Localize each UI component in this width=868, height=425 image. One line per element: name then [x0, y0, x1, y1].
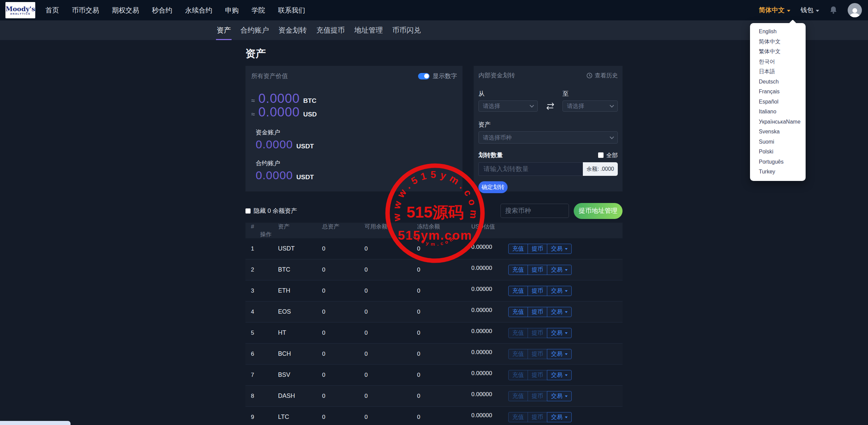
withdraw-button[interactable]: 提币 — [528, 328, 547, 338]
to-select[interactable]: 请选择 — [563, 100, 618, 112]
deposit-button[interactable]: 充值 — [508, 244, 528, 254]
cell-asset: DASH — [278, 392, 322, 400]
transfer-amount-input[interactable] — [478, 162, 583, 176]
clock-icon — [587, 73, 592, 78]
cell-usd-value: 0.00000 — [471, 265, 492, 275]
all-checkbox-label: 全部 — [606, 151, 618, 159]
cell-actions: 0.00000充值提币交易 — [471, 244, 623, 254]
trade-button[interactable]: 交易 — [547, 307, 572, 317]
view-history-link[interactable]: 查看历史 — [587, 72, 618, 79]
language-dropdown-button[interactable]: 简体中文 — [759, 6, 790, 15]
notification-bell-icon[interactable] — [829, 6, 837, 15]
chevron-down-icon — [610, 135, 614, 139]
language-option[interactable]: 繁体中文 — [750, 47, 806, 57]
language-option[interactable]: Svenska — [750, 127, 806, 137]
caret-down-icon — [565, 395, 568, 397]
trade-button[interactable]: 交易 — [547, 286, 572, 296]
cell-frozen: 0 — [417, 309, 471, 315]
nav-item[interactable]: 学院 — [252, 6, 265, 15]
table-header-cell: 可用余额 — [364, 223, 417, 230]
cell-actions: 0.00000充值提币交易 — [471, 286, 623, 296]
trade-button[interactable]: 交易 — [547, 328, 572, 338]
deposit-button[interactable]: 充值 — [508, 391, 528, 401]
swap-arrows-icon[interactable] — [545, 103, 555, 110]
user-avatar[interactable] — [848, 3, 862, 17]
deposit-button[interactable]: 充值 — [508, 370, 528, 380]
cell-actions: 0.00000充值提币交易 — [471, 307, 623, 317]
language-option[interactable]: Polski — [750, 147, 806, 157]
withdraw-button[interactable]: 提币 — [528, 244, 547, 254]
table-row: 7BSV0000.00000充值提币交易 — [245, 365, 623, 386]
language-option[interactable]: Español — [750, 97, 806, 107]
deposit-button[interactable]: 充值 — [508, 328, 528, 338]
all-checkbox[interactable] — [598, 152, 604, 158]
deposit-button[interactable]: 充值 — [508, 307, 528, 317]
moodys-logo[interactable]: Moody's ANALYTICS — [5, 2, 35, 18]
caret-down-icon — [565, 248, 568, 250]
withdraw-button[interactable]: 提币 — [528, 286, 547, 296]
deposit-button[interactable]: 充值 — [508, 265, 528, 275]
subnav-item[interactable]: 资金划转 — [278, 20, 308, 40]
asset-select-value: 请选择币种 — [483, 134, 512, 142]
nav-item[interactable]: 首页 — [45, 6, 59, 15]
withdraw-button[interactable]: 提币 — [528, 307, 547, 317]
nav-item[interactable]: 联系我们 — [278, 6, 305, 15]
hide-zero-checkbox[interactable] — [245, 208, 251, 214]
trade-button[interactable]: 交易 — [547, 265, 572, 275]
language-option[interactable]: English — [750, 26, 806, 37]
confirm-transfer-button[interactable]: 确定划转 — [478, 181, 508, 193]
withdraw-button[interactable]: 提币 — [528, 349, 547, 359]
subnav-item[interactable]: 币币闪兑 — [392, 20, 421, 40]
asset-select[interactable]: 请选择币种 — [478, 131, 618, 144]
subnav-item[interactable]: 充值提币 — [316, 20, 346, 40]
subnav-item[interactable]: 地址管理 — [354, 20, 383, 40]
withdraw-address-manage-button[interactable]: 提币地址管理 — [574, 203, 623, 219]
wallet-dropdown-button[interactable]: 钱包 — [801, 6, 819, 15]
nav-item[interactable]: 币币交易 — [72, 6, 99, 15]
deposit-button[interactable]: 充值 — [508, 286, 528, 296]
withdraw-button[interactable]: 提币 — [528, 370, 547, 380]
deposit-button[interactable]: 充值 — [508, 412, 528, 422]
language-option[interactable]: Italiano — [750, 107, 806, 117]
subnav-item[interactable]: 合约账户 — [240, 20, 270, 40]
from-select[interactable]: 请选择 — [478, 100, 538, 112]
language-option[interactable]: Suomi — [750, 137, 806, 147]
language-option[interactable]: Português — [750, 157, 806, 167]
show-numbers-toggle[interactable] — [418, 73, 430, 79]
trade-button[interactable]: 交易 — [547, 412, 572, 422]
language-option[interactable]: 简体中文 — [750, 37, 806, 47]
language-option[interactable]: 日本語 — [750, 67, 806, 77]
language-option[interactable]: Turkey — [750, 167, 806, 177]
cell-frozen: 0 — [417, 330, 471, 336]
cell-usd-value: 0.00000 — [471, 370, 492, 380]
transfer-panel-title: 内部资金划转 — [478, 71, 515, 79]
nav-item[interactable]: 期权交易 — [112, 6, 139, 15]
fund-account-block: 资金账户 0.0000 USDT — [256, 128, 457, 150]
trade-button[interactable]: 交易 — [547, 244, 572, 254]
table-header-cell: 资产 — [278, 223, 322, 230]
contract-account-unit: USDT — [296, 173, 314, 181]
language-option[interactable]: 한국어 — [750, 57, 806, 67]
subnav-item[interactable]: 资产 — [216, 20, 232, 40]
language-option[interactable]: Deutsch — [750, 77, 806, 87]
wallet-label: 钱包 — [801, 6, 813, 15]
search-coin-input[interactable] — [500, 204, 569, 218]
cell-frozen: 0 — [417, 288, 471, 294]
cell-usd-value: 0.00000 — [471, 244, 492, 254]
contract-account-label: 合约账户 — [256, 159, 457, 167]
nav-item[interactable]: 秒合约 — [152, 6, 172, 15]
nav-item[interactable]: 永续合约 — [185, 6, 212, 15]
trade-button[interactable]: 交易 — [547, 349, 572, 359]
browser-status-tooltip — [0, 421, 71, 425]
language-dropdown-menu: English简体中文繁体中文한국어日本語DeutschFrançaisEspa… — [750, 23, 806, 181]
trade-button[interactable]: 交易 — [547, 391, 572, 401]
withdraw-button[interactable]: 提币 — [528, 265, 547, 275]
language-label: 简体中文 — [759, 6, 785, 15]
nav-item[interactable]: 申购 — [225, 6, 239, 15]
deposit-button[interactable]: 充值 — [508, 349, 528, 359]
withdraw-button[interactable]: 提币 — [528, 391, 547, 401]
trade-button[interactable]: 交易 — [547, 370, 572, 380]
withdraw-button[interactable]: 提币 — [528, 412, 547, 422]
language-option[interactable]: УкраїнськаName — [750, 117, 806, 127]
language-option[interactable]: Français — [750, 87, 806, 97]
